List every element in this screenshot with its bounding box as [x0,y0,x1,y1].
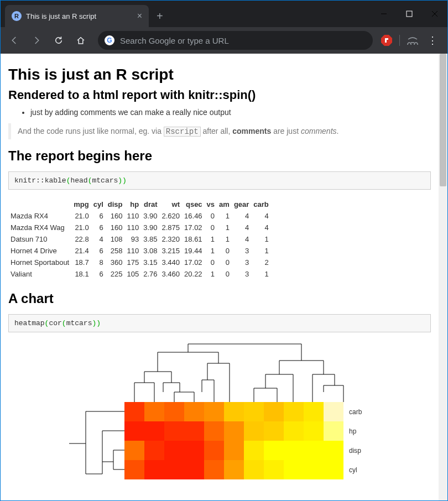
heatmap-cell [324,421,343,441]
heatmap-cell [204,402,224,421]
doc-subtitle: Rendered to a html report with knitr::sp… [8,88,431,102]
heatmap-cell [224,460,244,479]
heatmap-cell [204,460,224,479]
heatmap-cell [124,441,144,460]
table-header: vs [205,199,217,210]
heatmap-cell [204,421,224,441]
heatmap-cell [124,402,144,421]
window-maximize-button[interactable] [397,3,422,25]
omnibox-placeholder: Search Google or type a URL [120,36,229,45]
heatmap-cell [144,460,164,479]
heatmap-cell [164,402,184,421]
page-content: This is just an R script Rendered to a h… [1,54,439,500]
table-row: Mazda RX421.061601103.902.62016.460144 [8,210,271,222]
heatmap-cell [304,402,324,421]
browser-toolbar: G Search Google or type a URL ⋮ [1,27,447,54]
tab-title: This is just an R script [26,12,133,20]
heatmap-cell [284,421,304,441]
table-header: wt [160,199,183,210]
heatmap-cell [164,421,184,441]
heatmap-cell [184,402,204,421]
reload-button[interactable] [49,31,68,50]
incognito-icon[interactable] [407,34,419,46]
heatmap-cell [144,402,164,421]
heatmap-cell [324,441,343,460]
vertical-scrollbar[interactable] [439,54,447,500]
table-header: carb [251,199,270,210]
heatmap-cell [184,421,204,441]
heatmap-cell [204,441,224,460]
browser-tab[interactable]: R This is just an R script × [5,5,149,27]
table-row: Datsun 71022.84108933.852.32018.611141 [8,233,271,245]
table-header: drat [141,199,159,210]
heatmap-cell [264,402,284,421]
heatmap-cell [284,441,304,460]
table-row: Hornet 4 Drive21.462581103.083.21519.441… [8,245,271,257]
window-minimize-button[interactable] [371,3,397,25]
scrollbar-thumb[interactable] [440,54,446,186]
heatmap-cell [244,441,264,460]
heatmap-cell [324,460,343,479]
heatmap-row-labels: carbhpdispcyl [346,402,362,479]
doc-title: This is just an R script [8,66,431,84]
heatmap-cell [224,441,244,460]
heatmap-cell [144,421,164,441]
svg-rect-1 [407,11,412,17]
table-row: Mazda RX4 Wag21.061601103.902.87517.0201… [8,222,271,233]
table-header: cyl [91,199,106,210]
heatmap-cell [244,421,264,441]
heatmap-cell [144,441,164,460]
table-header: disp [106,199,125,210]
heatmap-cell [164,441,184,460]
table-header: hp [125,199,142,210]
heatmap-cell [304,421,324,441]
table-header: qsec [182,199,205,210]
heatmap-cell [304,460,324,479]
doc-blockquote: And the code runs just like normal, eg. … [8,123,431,139]
heatmap-cell [304,441,324,460]
dendrogram-top [124,341,346,402]
toolbar-divider [399,35,400,46]
address-bar[interactable]: G Search Google or type a URL [98,31,373,50]
browser-menu-button[interactable]: ⋮ [422,34,443,46]
table-header: am [217,199,232,210]
heatmap-cell [244,460,264,479]
heatmap-cell [264,460,284,479]
tab-favicon: R [12,11,22,21]
table-header: gear [232,199,251,210]
heatmap-cell [124,421,144,441]
google-icon: G [105,35,114,45]
mtcars-table: mpgcyldisphpdratwtqsecvsamgearcarb Mazda… [8,199,271,280]
heatmap-cell [324,402,343,421]
tab-close-icon[interactable]: × [137,11,142,21]
home-button[interactable] [71,31,90,50]
forward-button[interactable] [27,31,46,50]
table-row: Valiant18.162251052.763.46020.221031 [8,268,271,280]
dendrogram-left [53,402,124,479]
heatmap-chart: carbhpdispcyl [53,341,431,485]
heatmap-cell [184,441,204,460]
heatmap-cell [224,402,244,421]
heatmap-cell [244,402,264,421]
heatmap-cell [264,441,284,460]
new-tab-button[interactable]: + [149,5,171,27]
heatmap-cell [164,460,184,479]
doc-bullet: just by adding comments we can make a re… [30,108,431,117]
code-block-heatmap: heatmap(cor(mtcars)) [8,314,431,332]
adblock-extension-icon[interactable] [381,34,393,46]
heatmap-cell [264,421,284,441]
code-block-kable: knitr::kable(head(mtcars)) [8,171,431,190]
table-row: Hornet Sportabout18.783601753.153.44017.… [8,257,271,268]
window-close-button[interactable] [422,3,447,25]
heatmap-cell [284,402,304,421]
back-button[interactable] [5,31,24,50]
heatmap-cell [284,460,304,479]
table-header: mpg [71,199,91,210]
browser-titlebar: R This is just an R script × + [1,1,447,27]
heatmap-cell [124,460,144,479]
section-chart: A chart [8,291,431,306]
section-report-begins: The report begins here [8,148,431,164]
table-header [8,199,71,210]
heatmap-cell [184,460,204,479]
heatmap-cell [224,421,244,441]
